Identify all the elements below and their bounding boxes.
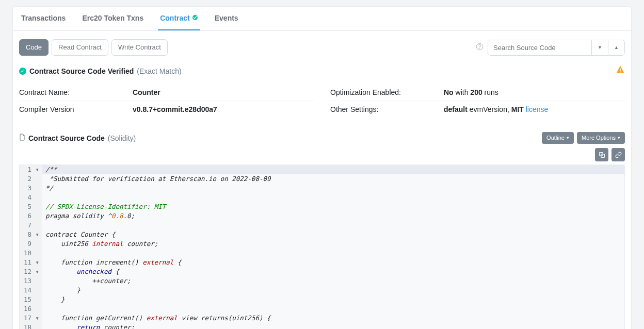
svg-rect-4	[620, 72, 621, 73]
code-line[interactable]: 3 */	[20, 184, 624, 193]
code-content: /**	[42, 165, 57, 174]
code-content: }	[42, 286, 81, 295]
chevron-down-icon: ▾	[567, 135, 569, 141]
verified-check-icon	[192, 14, 198, 22]
source-editor[interactable]: ◢ 1 ▾/**2 *Submitted for verification at…	[19, 164, 625, 329]
code-line[interactable]: 15 }	[20, 295, 624, 304]
file-icon	[19, 134, 25, 142]
code-line[interactable]: 7	[20, 221, 624, 230]
code-content: function getCurrent() external view retu…	[42, 314, 271, 323]
code-content: function increment() external {	[42, 258, 181, 267]
code-content	[42, 304, 45, 314]
code-content: // SPDX-License-Identifier: MIT	[42, 202, 166, 211]
tab-transactions[interactable]: Transactions	[19, 7, 68, 30]
gutter: 7	[20, 221, 42, 230]
optimization-label: Optimization Enabled:	[330, 88, 444, 96]
gutter: 15	[20, 295, 42, 304]
gutter: 11 ▾	[20, 258, 42, 267]
tab-events[interactable]: Events	[213, 7, 240, 30]
contract-name-label: Contract Name:	[19, 88, 133, 96]
code-line[interactable]: 2 *Submitted for verification at Ethersc…	[20, 174, 624, 184]
main-tabs: Transactions Erc20 Token Txns Contract E…	[13, 7, 631, 31]
gutter: 10	[20, 249, 42, 258]
gutter: 14	[20, 286, 42, 295]
source-search: ▼ ▲	[488, 40, 625, 56]
chevron-up-icon: ▲	[614, 45, 619, 50]
verified-status-title: Contract Source Code Verified	[29, 67, 134, 75]
more-options-button[interactable]: More Options▾	[577, 132, 625, 144]
code-line[interactable]: 1 ▾/**	[20, 165, 624, 174]
code-line[interactable]: 11 ▾ function increment() external {	[20, 258, 624, 267]
verified-status-match: (Exact Match)	[137, 67, 181, 75]
gutter: 12 ▾	[20, 267, 42, 276]
copy-button[interactable]	[595, 148, 608, 161]
license-link[interactable]: license	[526, 105, 549, 113]
code-content: pragma solidity ^0.8.0;	[42, 211, 135, 221]
code-content: contract Counter {	[42, 230, 115, 239]
code-line[interactable]: 12 ▾ unchecked {	[20, 267, 624, 276]
svg-point-2	[479, 48, 480, 49]
code-content: }	[42, 295, 65, 304]
search-down-button[interactable]: ▼	[591, 40, 608, 55]
warning-icon[interactable]	[616, 65, 625, 77]
gutter: 1 ▾	[20, 165, 42, 174]
code-line[interactable]: 13 ++counter;	[20, 276, 624, 286]
optimization-value: No with 200 runs	[444, 88, 498, 96]
gutter: 6	[20, 211, 42, 221]
chevron-down-icon: ▼	[598, 45, 602, 50]
code-line[interactable]: 4	[20, 193, 624, 202]
subtab-write[interactable]: Write Contract	[111, 39, 168, 56]
contract-subtabs: Code Read Contract Write Contract	[19, 39, 168, 56]
gutter: 4	[20, 193, 42, 202]
compiler-label: Compiler Version	[19, 105, 133, 113]
search-input[interactable]	[488, 40, 591, 55]
verified-status-icon: ✓	[19, 68, 26, 75]
code-line[interactable]: 17 ▾ function getCurrent() external view…	[20, 314, 624, 323]
source-section-lang: (Solidity)	[108, 134, 136, 142]
gutter: 2	[20, 174, 42, 184]
search-up-button[interactable]: ▲	[608, 40, 624, 55]
tab-contract[interactable]: Contract	[158, 7, 200, 30]
code-content: */	[42, 184, 53, 193]
help-icon[interactable]	[476, 43, 484, 52]
code-line[interactable]: 5 // SPDX-License-Identifier: MIT	[20, 202, 624, 211]
outline-button[interactable]: Outline▾	[542, 132, 574, 144]
subtab-read[interactable]: Read Contract	[52, 39, 108, 56]
source-section-title: Contract Source Code	[28, 134, 105, 142]
code-line[interactable]: 9 uint256 internal counter;	[20, 239, 624, 249]
gutter: 13	[20, 276, 42, 286]
contract-panel: Transactions Erc20 Token Txns Contract E…	[12, 6, 632, 329]
tab-erc20[interactable]: Erc20 Token Txns	[80, 7, 146, 30]
gutter: 3	[20, 184, 42, 193]
code-content: *Submitted for verification at Etherscan…	[42, 174, 271, 184]
other-settings-value: default evmVersion, MIT license	[444, 105, 548, 113]
code-content	[42, 249, 45, 258]
gutter: 9	[20, 239, 42, 249]
svg-rect-3	[620, 69, 621, 71]
code-line[interactable]: 14 }	[20, 286, 624, 295]
other-settings-label: Other Settings:	[330, 105, 444, 113]
code-content	[42, 193, 45, 202]
code-line[interactable]: 10	[20, 249, 624, 258]
gutter: 5	[20, 202, 42, 211]
gutter: 18	[20, 323, 42, 329]
gutter: 17 ▾	[20, 314, 42, 323]
code-content	[42, 221, 45, 230]
contract-name-value: Counter	[133, 88, 160, 96]
gutter: 16	[20, 304, 42, 314]
chevron-down-icon: ▾	[618, 135, 620, 141]
compiler-value: v0.8.7+commit.e28d00a7	[133, 105, 217, 113]
tab-contract-label: Contract	[160, 14, 190, 22]
code-content: unchecked {	[42, 267, 119, 276]
code-content: ++counter;	[42, 276, 131, 286]
code-line[interactable]: 16	[20, 304, 624, 314]
subtab-code[interactable]: Code	[19, 39, 49, 56]
code-line[interactable]: 6 pragma solidity ^0.8.0;	[20, 211, 624, 221]
gutter: 8 ▾	[20, 230, 42, 239]
code-line[interactable]: 18 return counter;	[20, 323, 624, 329]
code-content: return counter;	[42, 323, 135, 329]
permalink-button[interactable]	[611, 148, 625, 161]
contract-info: Contract Name: Counter Compiler Version …	[19, 84, 625, 118]
code-content: uint256 internal counter;	[42, 239, 158, 249]
code-line[interactable]: 8 ▾contract Counter {	[20, 230, 624, 239]
